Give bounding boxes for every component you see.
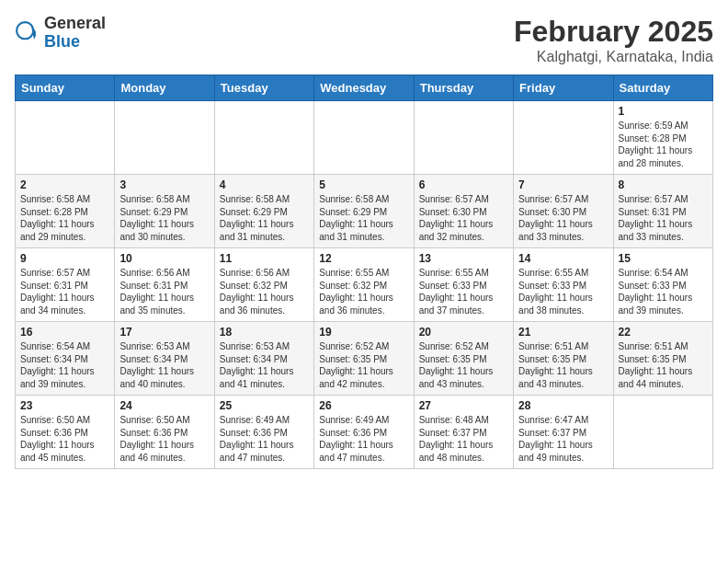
calendar-cell: 23Sunrise: 6:50 AM Sunset: 6:36 PM Dayli… <box>16 396 115 469</box>
day-number: 12 <box>319 252 408 265</box>
day-detail: Sunrise: 6:54 AM Sunset: 6:33 PM Dayligh… <box>619 267 708 316</box>
day-detail: Sunrise: 6:51 AM Sunset: 6:35 PM Dayligh… <box>619 340 708 390</box>
day-number: 22 <box>619 326 708 339</box>
logo-blue-text: Blue <box>44 33 106 52</box>
day-number: 6 <box>419 178 508 191</box>
calendar-cell: 11Sunrise: 6:56 AM Sunset: 6:32 PM Dayli… <box>214 248 313 322</box>
day-number: 13 <box>419 252 508 265</box>
weekday-header: Tuesday <box>214 75 313 101</box>
weekday-header: Saturday <box>613 75 712 101</box>
calendar-cell: 4Sunrise: 6:58 AM Sunset: 6:29 PM Daylig… <box>214 175 313 248</box>
calendar-cell: 21Sunrise: 6:51 AM Sunset: 6:35 PM Dayli… <box>514 322 613 396</box>
weekday-header: Wednesday <box>314 75 414 101</box>
day-detail: Sunrise: 6:56 AM Sunset: 6:31 PM Dayligh… <box>119 267 209 316</box>
logo-general-text: General <box>44 15 106 33</box>
calendar-cell: 17Sunrise: 6:53 AM Sunset: 6:34 PM Dayli… <box>115 322 214 396</box>
day-detail: Sunrise: 6:58 AM Sunset: 6:29 PM Dayligh… <box>220 193 309 243</box>
day-number: 26 <box>319 399 408 412</box>
day-number: 24 <box>119 399 209 412</box>
day-number: 15 <box>619 252 708 265</box>
day-number: 14 <box>518 252 608 265</box>
calendar-cell: 13Sunrise: 6:55 AM Sunset: 6:33 PM Dayli… <box>414 248 513 322</box>
day-detail: Sunrise: 6:47 AM Sunset: 6:37 PM Dayligh… <box>518 414 608 464</box>
day-detail: Sunrise: 6:58 AM Sunset: 6:29 PM Dayligh… <box>119 193 209 243</box>
day-detail: Sunrise: 6:57 AM Sunset: 6:30 PM Dayligh… <box>518 193 608 243</box>
calendar-week-row: 23Sunrise: 6:50 AM Sunset: 6:36 PM Dayli… <box>16 396 713 469</box>
calendar-week-row: 1Sunrise: 6:59 AM Sunset: 6:28 PM Daylig… <box>16 101 713 175</box>
day-detail: Sunrise: 6:55 AM Sunset: 6:32 PM Dayligh… <box>319 267 408 316</box>
calendar-cell <box>613 396 712 469</box>
day-detail: Sunrise: 6:53 AM Sunset: 6:34 PM Dayligh… <box>220 340 309 390</box>
day-number: 27 <box>419 399 508 412</box>
calendar-week-row: 16Sunrise: 6:54 AM Sunset: 6:34 PM Dayli… <box>16 322 713 396</box>
calendar-cell: 3Sunrise: 6:58 AM Sunset: 6:29 PM Daylig… <box>115 175 214 248</box>
day-number: 2 <box>20 178 109 191</box>
day-detail: Sunrise: 6:48 AM Sunset: 6:37 PM Dayligh… <box>419 414 508 464</box>
calendar-cell <box>414 101 513 175</box>
calendar-cell: 18Sunrise: 6:53 AM Sunset: 6:34 PM Dayli… <box>214 322 313 396</box>
day-detail: Sunrise: 6:58 AM Sunset: 6:29 PM Dayligh… <box>319 193 408 243</box>
calendar-cell: 24Sunrise: 6:50 AM Sunset: 6:36 PM Dayli… <box>115 396 214 469</box>
logo: General Blue <box>15 15 106 52</box>
day-number: 7 <box>518 178 608 191</box>
calendar-cell <box>214 101 313 175</box>
weekday-header: Monday <box>115 75 214 101</box>
calendar-week-row: 2Sunrise: 6:58 AM Sunset: 6:28 PM Daylig… <box>16 175 713 248</box>
day-detail: Sunrise: 6:55 AM Sunset: 6:33 PM Dayligh… <box>518 267 608 316</box>
day-number: 8 <box>619 178 708 191</box>
day-detail: Sunrise: 6:53 AM Sunset: 6:34 PM Dayligh… <box>119 340 209 390</box>
day-detail: Sunrise: 6:55 AM Sunset: 6:33 PM Dayligh… <box>419 267 508 316</box>
day-number: 19 <box>319 326 408 339</box>
day-number: 28 <box>518 399 608 412</box>
day-detail: Sunrise: 6:56 AM Sunset: 6:32 PM Dayligh… <box>220 267 309 316</box>
day-detail: Sunrise: 6:51 AM Sunset: 6:35 PM Dayligh… <box>518 340 608 390</box>
day-detail: Sunrise: 6:57 AM Sunset: 6:31 PM Dayligh… <box>619 193 708 243</box>
day-number: 21 <box>518 326 608 339</box>
calendar-cell: 7Sunrise: 6:57 AM Sunset: 6:30 PM Daylig… <box>514 175 613 248</box>
main-title: February 2025 <box>514 15 713 49</box>
day-number: 16 <box>20 326 109 339</box>
day-number: 5 <box>319 178 408 191</box>
calendar-cell: 14Sunrise: 6:55 AM Sunset: 6:33 PM Dayli… <box>514 248 613 322</box>
calendar-cell: 27Sunrise: 6:48 AM Sunset: 6:37 PM Dayli… <box>414 396 513 469</box>
calendar-cell: 12Sunrise: 6:55 AM Sunset: 6:32 PM Dayli… <box>314 248 414 322</box>
day-number: 25 <box>220 399 309 412</box>
calendar-cell: 5Sunrise: 6:58 AM Sunset: 6:29 PM Daylig… <box>314 175 414 248</box>
calendar-cell: 25Sunrise: 6:49 AM Sunset: 6:36 PM Dayli… <box>214 396 313 469</box>
calendar-cell: 1Sunrise: 6:59 AM Sunset: 6:28 PM Daylig… <box>613 101 712 175</box>
weekday-header: Thursday <box>414 75 513 101</box>
day-number: 17 <box>119 326 209 339</box>
day-detail: Sunrise: 6:57 AM Sunset: 6:30 PM Dayligh… <box>419 193 508 243</box>
day-number: 20 <box>419 326 508 339</box>
calendar-cell: 9Sunrise: 6:57 AM Sunset: 6:31 PM Daylig… <box>16 248 115 322</box>
day-number: 10 <box>119 252 209 265</box>
calendar-cell: 10Sunrise: 6:56 AM Sunset: 6:31 PM Dayli… <box>115 248 214 322</box>
calendar-cell: 6Sunrise: 6:57 AM Sunset: 6:30 PM Daylig… <box>414 175 513 248</box>
calendar-cell: 8Sunrise: 6:57 AM Sunset: 6:31 PM Daylig… <box>613 175 712 248</box>
day-detail: Sunrise: 6:50 AM Sunset: 6:36 PM Dayligh… <box>119 414 209 464</box>
weekday-header: Sunday <box>16 75 115 101</box>
calendar-cell: 20Sunrise: 6:52 AM Sunset: 6:35 PM Dayli… <box>414 322 513 396</box>
day-number: 1 <box>619 105 708 118</box>
weekday-header: Friday <box>514 75 613 101</box>
day-detail: Sunrise: 6:52 AM Sunset: 6:35 PM Dayligh… <box>419 340 508 390</box>
day-number: 23 <box>20 399 109 412</box>
calendar-cell <box>514 101 613 175</box>
calendar-cell: 22Sunrise: 6:51 AM Sunset: 6:35 PM Dayli… <box>613 322 712 396</box>
calendar-table: SundayMondayTuesdayWednesdayThursdayFrid… <box>15 75 713 469</box>
weekday-header-row: SundayMondayTuesdayWednesdayThursdayFrid… <box>16 75 713 101</box>
header: General Blue February 2025 Kalghatgi, Ka… <box>15 15 713 65</box>
day-number: 9 <box>20 252 109 265</box>
day-number: 3 <box>119 178 209 191</box>
calendar-cell <box>16 101 115 175</box>
calendar-cell: 16Sunrise: 6:54 AM Sunset: 6:34 PM Dayli… <box>16 322 115 396</box>
day-detail: Sunrise: 6:50 AM Sunset: 6:36 PM Dayligh… <box>20 414 109 464</box>
calendar-cell <box>314 101 414 175</box>
day-detail: Sunrise: 6:49 AM Sunset: 6:36 PM Dayligh… <box>319 414 408 464</box>
calendar-cell: 26Sunrise: 6:49 AM Sunset: 6:36 PM Dayli… <box>314 396 414 469</box>
logo-icon <box>15 20 40 46</box>
day-detail: Sunrise: 6:57 AM Sunset: 6:31 PM Dayligh… <box>20 267 109 316</box>
calendar-cell: 19Sunrise: 6:52 AM Sunset: 6:35 PM Dayli… <box>314 322 414 396</box>
title-block: February 2025 Kalghatgi, Karnataka, Indi… <box>514 15 713 65</box>
calendar-cell: 15Sunrise: 6:54 AM Sunset: 6:33 PM Dayli… <box>613 248 712 322</box>
